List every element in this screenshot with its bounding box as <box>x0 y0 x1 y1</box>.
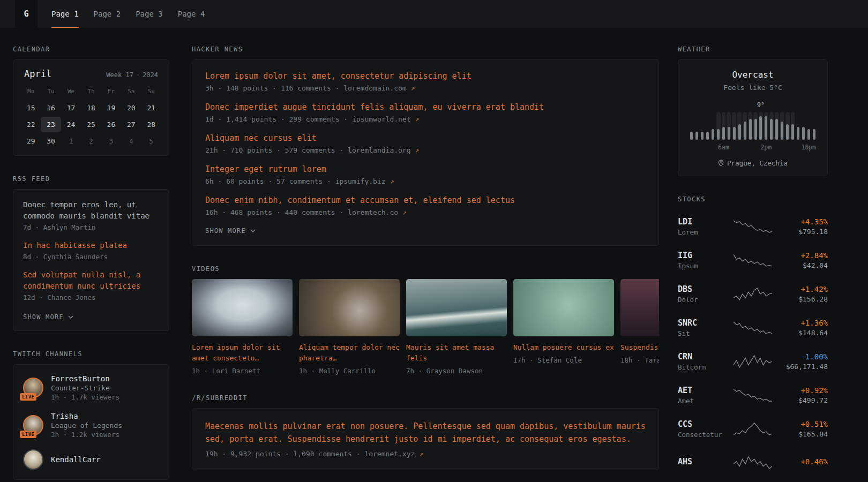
tab-page-1[interactable]: Page 1 <box>51 0 79 28</box>
twitch-channel-row[interactable]: LIVE Trisha League of Legends 3h · 1.2k … <box>23 412 159 439</box>
external-link-icon: ↗ <box>419 450 423 458</box>
tab-page-3[interactable]: Page 3 <box>136 0 163 28</box>
video-thumbnail[interactable] <box>513 279 614 336</box>
stock-row[interactable]: SNRC Sit +1.36% $148.64 <box>678 311 828 344</box>
hn-story-domain-link[interactable]: loremtech.co ↗ <box>348 208 407 216</box>
video-thumbnail[interactable] <box>406 279 507 336</box>
stock-values: +0.51% $165.84 <box>774 420 828 438</box>
hn-story-domain-link[interactable]: loremlandia.org ↗ <box>348 146 419 154</box>
stock-id: AET Amet <box>678 386 731 405</box>
stock-symbol: IIG <box>678 251 731 260</box>
calendar-month: April <box>24 69 51 79</box>
rss-item-headline[interactable]: In hac habitasse platea <box>23 240 159 251</box>
video-meta: 17h · Stefan Cole <box>513 356 614 364</box>
reddit-post-domain-link[interactable]: loremnet.xyz ↗ <box>364 450 423 458</box>
stock-sparkline <box>731 388 774 402</box>
rss-show-more-button[interactable]: SHOW MORE <box>23 313 73 321</box>
stock-row[interactable]: AET Amet +0.92% $499.72 <box>678 378 828 412</box>
video-title[interactable]: Nullam posuere cursus ex <box>513 342 614 353</box>
stock-name: Consectetur <box>678 431 731 439</box>
hn-story-headline[interactable]: Aliquam nec cursus elit <box>205 133 646 144</box>
video-card[interactable]: Suspendisse diam 18h · Tara <box>620 279 659 375</box>
video-card[interactable]: Mauris sit amet massa felis 7h · Grayson… <box>406 279 507 375</box>
calendar-day-header: Fr <box>101 86 121 99</box>
twitch-channel-row[interactable]: LIVE ForrestBurton Counter-Strike 1h · 1… <box>23 374 159 401</box>
weather-hour-column <box>795 112 800 140</box>
stock-name: Lorem <box>678 228 731 236</box>
stock-id: CCS Consectetur <box>678 419 731 439</box>
stock-row[interactable]: CRN Bitcorn -1.00% $66,171.48 <box>678 344 828 378</box>
stock-change: +0.92% <box>774 386 828 395</box>
rss-item-headline[interactable]: Sed volutpat nulla nisl, a condimentum n… <box>23 269 159 292</box>
stock-symbol: SNRC <box>678 318 731 328</box>
hn-story-domain-link[interactable]: ipsumworld.net ↗ <box>352 115 419 123</box>
hn-story-headline[interactable]: Donec enim nibh, condimentum et accumsan… <box>205 195 646 206</box>
external-link-icon: ↗ <box>390 177 394 185</box>
hn-story-meta: 3h · 148 points · 116 comments · loremdo… <box>205 84 646 92</box>
stock-name: Sit <box>678 329 731 337</box>
twitch-card: LIVE ForrestBurton Counter-Strike 1h · 1… <box>13 364 169 480</box>
video-title[interactable]: Suspendisse diam <box>620 342 659 353</box>
stock-row[interactable]: CCS Consectetur +0.51% $165.84 <box>678 412 828 446</box>
rss-item-meta: 7d · Ashlyn Martin <box>23 223 159 231</box>
weather-hour-column <box>780 112 785 140</box>
hn-story: Integer eget rutrum lorem 6h · 60 points… <box>205 164 646 185</box>
weather-hour-column <box>758 112 764 140</box>
channel-meta: 3h · 1.2k viewers <box>51 431 122 439</box>
weather-hour-column <box>747 112 753 140</box>
reddit-post-headline[interactable]: Maecenas mollis pulvinar erat non posuer… <box>205 420 646 446</box>
show-more-label: SHOW MORE <box>23 313 64 321</box>
hn-story-headline[interactable]: Integer eget rutrum lorem <box>205 164 646 175</box>
live-badge: LIVE <box>20 431 36 438</box>
stock-id: SNRC Sit <box>678 318 731 337</box>
channel-name: Trisha <box>51 412 122 420</box>
hn-story: Donec imperdiet augue tincidunt felis al… <box>205 102 646 123</box>
stock-row[interactable]: DBS Dolor +1.42% $156.28 <box>678 277 828 311</box>
tab-page-4[interactable]: Page 4 <box>178 0 205 28</box>
hn-show-more-button[interactable]: SHOW MORE <box>205 227 256 235</box>
stock-sparkline <box>731 456 774 470</box>
stock-values: +0.92% $499.72 <box>774 386 828 404</box>
reddit-post-domain: loremnet.xyz <box>364 450 415 458</box>
stock-row[interactable]: IIG Ipsum +2.84% $42.04 <box>678 243 828 277</box>
stock-name: Ipsum <box>678 262 731 270</box>
hn-story-domain-link[interactable]: loremdomain.com ↗ <box>343 84 415 92</box>
channel-name: ForrestBurton <box>51 374 119 383</box>
stock-row[interactable]: LDI Lorem +4.35% $795.18 <box>678 209 828 243</box>
calendar-day: 25 <box>81 117 101 132</box>
rss-item-headline[interactable]: Donec tempor eros leo, ut commodo mauris… <box>23 199 159 222</box>
hn-story-headline[interactable]: Donec imperdiet augue tincidunt felis al… <box>205 102 646 113</box>
video-title[interactable]: Mauris sit amet massa felis <box>406 342 507 364</box>
video-thumbnail[interactable] <box>620 279 659 336</box>
stock-row[interactable]: AHS +0.46% <box>678 446 828 479</box>
app-logo[interactable]: G <box>15 0 38 28</box>
calendar-day-header: Th <box>81 86 101 99</box>
stock-values: -1.00% $66,171.48 <box>774 352 828 371</box>
channel-name: KendallCarr <box>51 455 101 464</box>
weather-hour-column <box>790 112 796 140</box>
weather-time-label: 2pm <box>760 144 772 151</box>
calendar-day: 30 <box>41 133 61 149</box>
weather-location-row: Prague, Czechia <box>689 159 817 167</box>
hn-story-meta-text: 21h · 710 points · 579 comments · <box>205 146 348 154</box>
calendar-week-label: Week 17 <box>106 71 133 79</box>
video-card[interactable]: Lorem ipsum dolor sit amet consectetu… 1… <box>192 279 293 375</box>
hn-story-headline[interactable]: Lorem ipsum dolor sit amet, consectetur … <box>205 71 646 82</box>
video-thumbnail[interactable] <box>192 279 293 336</box>
video-card[interactable]: Nullam posuere cursus ex 17h · Stefan Co… <box>513 279 614 375</box>
weather-time-label: 6am <box>718 144 729 151</box>
stock-name: Bitcorn <box>678 363 731 371</box>
hn-story-meta-text: 6h · 60 points · 57 comments · <box>205 177 335 185</box>
tab-page-2[interactable]: Page 2 <box>94 0 121 28</box>
twitch-channel-row[interactable]: KendallCarr <box>23 449 159 470</box>
video-title[interactable]: Lorem ipsum dolor sit amet consectetu… <box>192 342 293 364</box>
stock-id: DBS Dolor <box>678 284 731 304</box>
channel-meta: 1h · 1.7k viewers <box>51 393 119 401</box>
stock-values: +2.84% $42.04 <box>774 251 828 269</box>
stock-id: IIG Ipsum <box>678 251 731 270</box>
hn-story-domain-link[interactable]: ipsumify.biz ↗ <box>335 177 394 185</box>
weather-hour-column <box>721 112 727 140</box>
video-title[interactable]: Aliquam tempor dolor nec pharetra… <box>299 342 400 364</box>
video-thumbnail[interactable] <box>299 279 400 336</box>
video-card[interactable]: Aliquam tempor dolor nec pharetra… 1h · … <box>299 279 400 375</box>
